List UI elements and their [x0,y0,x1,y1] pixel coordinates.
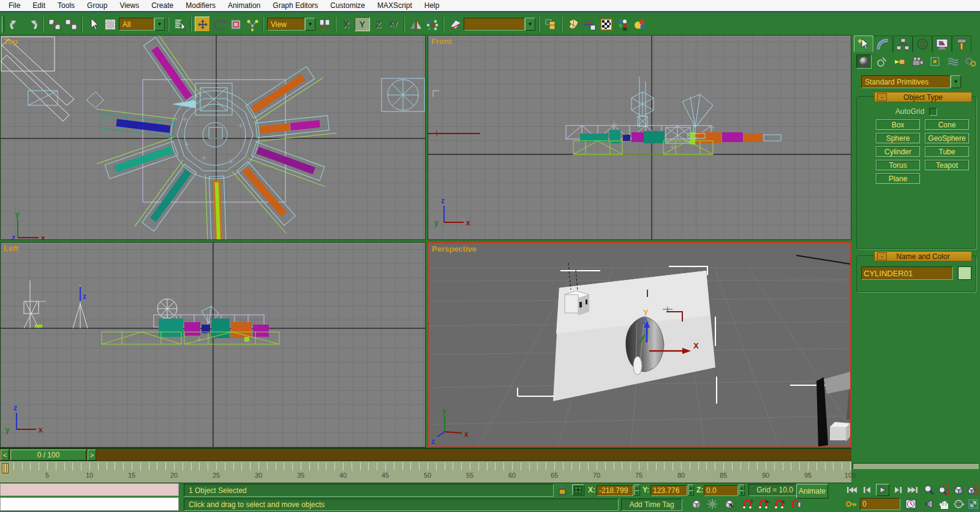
category-systems-button[interactable] [963,55,978,69]
rollout-collapse-button[interactable]: - [877,93,887,101]
selection-region-button[interactable] [102,17,118,32]
y-coordinate-input[interactable] [650,485,687,496]
restrict-xy-plane-button[interactable]: XY [386,17,401,31]
curve-editor-button[interactable] [582,17,597,32]
zoom-all-button[interactable] [937,484,951,496]
field-of-view-button[interactable] [922,498,936,510]
tab-utilities[interactable] [952,36,971,52]
redo-button[interactable] [24,17,39,32]
animate-button[interactable]: Animate [796,484,828,499]
object-type-button-teapot[interactable]: Teapot [925,160,969,170]
menu-item-views[interactable]: Views [113,0,145,11]
tab-display[interactable] [932,36,952,52]
restrict-z-button[interactable]: Z [371,17,385,31]
primitive-category-dropdown[interactable]: Standard Primitives ▼ [861,75,961,88]
menu-item-create[interactable]: Create [145,0,179,11]
menu-item-file[interactable]: File [2,0,26,11]
menu-item-maxscript[interactable]: MAXScript [371,0,418,11]
render-production-button[interactable] [631,17,647,32]
select-by-name-button[interactable] [172,17,187,32]
play-animation-button[interactable] [876,484,889,496]
toolbar-grip[interactable] [2,17,4,32]
z-spinner[interactable]: ▲▼ [739,484,745,495]
zoom-extents-all-button[interactable] [967,484,980,496]
zoom-button[interactable] [922,484,936,496]
previous-frame-button[interactable] [861,484,873,495]
reference-coordsys-dropdown[interactable]: View ▼ [267,18,315,31]
object-name-input[interactable] [861,266,953,280]
x-spinner[interactable]: ▲▼ [634,484,640,495]
menu-item-animation[interactable]: Animation [222,0,266,11]
category-lights-button[interactable] [892,55,907,69]
select-and-scale-button[interactable] [228,17,243,32]
selection-lock-toggle[interactable] [556,484,568,495]
percent-snap-button[interactable]: % [772,497,786,511]
menu-item-modifiers[interactable]: Modifiers [179,0,222,11]
viewport-perspective[interactable]: Y Z X y z x Perspective [428,242,851,448]
add-time-tag[interactable]: Add Time Tag [621,499,682,511]
next-frame-button[interactable] [892,484,904,495]
z-coordinate-input[interactable] [704,485,738,496]
menu-item-help[interactable]: Help [418,0,446,11]
tab-motion[interactable] [913,36,932,52]
menu-item-customize[interactable]: Customize [324,0,371,11]
object-type-button-torus[interactable]: Torus [876,160,920,170]
unlink-selection-button[interactable] [63,17,78,32]
snap-3-button[interactable]: 3 [740,497,755,511]
dropdown-arrow-icon[interactable]: ▼ [305,18,315,31]
category-cameras-button[interactable] [910,55,925,69]
select-and-move-button[interactable] [195,17,210,32]
viewport-front[interactable]: z x y Front [428,35,851,240]
object-type-button-plane[interactable]: Plane [876,173,920,184]
tab-create[interactable] [854,36,873,52]
named-selection-dropdown[interactable]: ▼ [464,18,535,31]
object-type-rollout-header[interactable]: - Object Type [874,92,972,102]
restrict-y-button[interactable]: Y [355,17,370,31]
name-color-rollout-header[interactable]: - Name and Color [874,251,972,262]
y-spinner[interactable]: ▲▼ [688,484,694,495]
maxscript-mini-listener[interactable] [0,497,179,511]
layers-button[interactable] [543,17,558,32]
pan-view-button[interactable] [937,498,951,510]
object-type-button-sphere[interactable]: Sphere [876,133,920,143]
mirror-selected-button[interactable] [565,17,581,32]
material-editor-button[interactable] [598,17,614,32]
zoom-extents-button[interactable] [952,484,965,496]
timeline-ruler[interactable]: 5101520253035404550556065707580859095100 [0,461,851,483]
dropdown-arrow-icon[interactable]: ▼ [154,18,165,31]
x-coordinate-input[interactable] [597,485,633,496]
category-geometry-button[interactable] [856,55,872,69]
angle-snap-button[interactable] [756,497,771,511]
viewport-left[interactable]: z [0,242,426,448]
select-and-link-button[interactable] [47,17,62,32]
go-to-end-button[interactable] [906,484,919,495]
tab-hierarchy[interactable] [893,36,913,52]
render-setup-button[interactable]: ID [615,17,630,32]
object-type-button-cone[interactable]: Cone [925,119,969,130]
select-object-button[interactable] [86,17,101,32]
dropdown-arrow-icon[interactable]: ▼ [525,18,535,31]
menu-item-edit[interactable]: Edit [26,0,51,11]
percent-snap-toggle-button[interactable] [723,497,736,511]
time-marker[interactable] [2,463,9,473]
min-max-toggle-button[interactable] [967,498,980,510]
select-and-rotate-button[interactable] [211,17,227,32]
align-button[interactable] [424,17,440,32]
category-helpers-button[interactable] [927,55,943,69]
category-shapes-button[interactable] [874,55,889,69]
use-pivot-center-button[interactable] [317,17,332,32]
selection-filter-dropdown[interactable]: All ▼ [119,18,165,31]
menu-item-tools[interactable]: Tools [51,0,81,11]
viewport-top[interactable]: y z x Top [0,35,426,240]
menu-item-group[interactable]: Group [81,0,113,11]
autogrid-checkbox[interactable] [929,108,937,116]
category-spacewarps-button[interactable] [945,55,960,69]
menu-item-graph-editors[interactable]: Graph Editors [266,0,324,11]
maxscript-mini-listener-macro[interactable] [0,483,179,496]
object-type-button-geosphere[interactable]: GeoSphere [925,133,969,143]
mirror-button[interactable] [408,17,423,32]
restrict-x-button[interactable]: X [339,17,353,31]
select-and-manipulate-button[interactable] [244,17,260,32]
object-type-button-box[interactable]: Box [876,119,920,130]
object-type-button-tube[interactable]: Tube [925,146,969,157]
